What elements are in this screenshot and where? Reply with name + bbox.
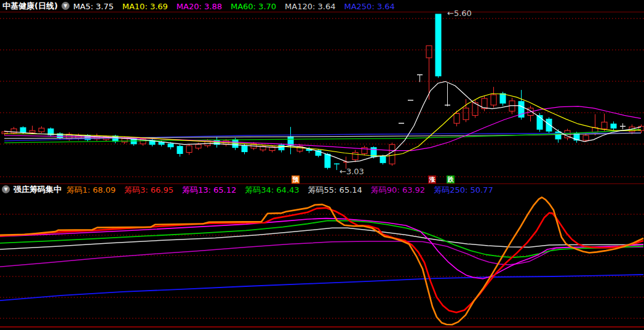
stock-title[interactable]: 中基健康(日线) bbox=[2, 1, 58, 12]
candle-59 bbox=[546, 119, 552, 131]
candle-19 bbox=[177, 147, 183, 154]
candle-38 bbox=[352, 153, 358, 160]
candle-series bbox=[2, 14, 644, 170]
candle-60 bbox=[555, 132, 561, 139]
candle-49 bbox=[454, 113, 459, 123]
event-badge-0[interactable]: 预 bbox=[292, 175, 300, 183]
chip-line-chip250 bbox=[0, 275, 643, 300]
candle-17 bbox=[159, 142, 164, 145]
chip-label-3: 筹码34: 64.43 bbox=[245, 185, 299, 195]
chip-label-2: 筹码13: 65.12 bbox=[182, 185, 236, 195]
trading-app-window: 中基健康(日线) ▼ MA5: 3.75MA10: 3.69MA20: 3.88… bbox=[0, 0, 644, 330]
candle-42 bbox=[389, 145, 395, 164]
candle-31 bbox=[288, 137, 293, 145]
ma-label-row: MA5: 3.75MA10: 3.69MA20: 3.88MA60: 3.70M… bbox=[73, 0, 403, 12]
ma-label-0: MA5: 3.75 bbox=[73, 2, 114, 11]
candle-21 bbox=[196, 145, 201, 148]
candle-14 bbox=[131, 139, 137, 144]
chevron-down-icon[interactable]: ▼ bbox=[62, 2, 70, 10]
ma-label-2: MA20: 3.88 bbox=[177, 2, 222, 11]
candle-18 bbox=[168, 144, 173, 147]
chip-label-6: 筹码250: 50.77 bbox=[434, 185, 493, 195]
candle-2 bbox=[20, 127, 26, 132]
event-badge-1[interactable]: 涨 bbox=[428, 175, 436, 183]
chip-label-0: 筹码1: 68.09 bbox=[66, 185, 116, 195]
candle-41 bbox=[380, 156, 386, 163]
ma-label-1: MA10: 3.69 bbox=[122, 2, 168, 11]
high-price-marker: ←5.60 bbox=[447, 9, 472, 17]
candle-20 bbox=[186, 146, 192, 153]
candle-4 bbox=[39, 128, 44, 132]
chevron-down-icon[interactable]: ▼ bbox=[2, 185, 10, 193]
price-panel-header: 中基健康(日线) ▼ MA5: 3.75MA10: 3.69MA20: 3.88… bbox=[0, 0, 644, 12]
chip-label-1: 筹码3: 66.95 bbox=[124, 185, 173, 195]
event-badge-2[interactable]: 跌 bbox=[447, 175, 455, 183]
indicator-panel-header: ▼ 强庄筹码集中 筹码1: 68.09筹码3: 66.95筹码13: 65.12… bbox=[0, 184, 644, 195]
chip-line-chip1 bbox=[0, 198, 643, 325]
candle-65 bbox=[602, 122, 607, 129]
ma-label-5: MA250: 3.64 bbox=[344, 2, 394, 11]
candle-66 bbox=[611, 124, 616, 128]
candle-53 bbox=[491, 95, 496, 105]
chip-line-chip3 bbox=[0, 208, 643, 313]
candle-3 bbox=[30, 131, 35, 132]
candle-26 bbox=[242, 146, 247, 152]
indicator-chart[interactable] bbox=[0, 196, 644, 330]
chip-label-5: 筹码90: 63.92 bbox=[371, 185, 425, 195]
ma-label-4: MA120: 3.64 bbox=[285, 2, 335, 11]
indicator-label-row: 筹码1: 68.09筹码3: 66.95筹码13: 65.12筹码34: 64.… bbox=[66, 183, 502, 196]
ma-line-ma20 bbox=[4, 107, 641, 151]
ma-label-3: MA60: 3.70 bbox=[231, 2, 276, 11]
candle-35 bbox=[325, 154, 330, 167]
candle-63 bbox=[583, 135, 589, 140]
candle-47 bbox=[435, 14, 441, 76]
chip-label-4: 筹码55: 65.14 bbox=[308, 185, 362, 195]
ma-line-ma10 bbox=[4, 94, 641, 156]
candle-54 bbox=[500, 94, 506, 103]
candle-50 bbox=[463, 108, 469, 120]
candle-12 bbox=[113, 136, 118, 142]
chip-line-chip34 bbox=[0, 220, 643, 257]
indicator-title[interactable]: 强庄筹码集中 bbox=[14, 184, 62, 195]
candlestick-chart[interactable] bbox=[0, 12, 644, 183]
candle-13 bbox=[122, 139, 127, 142]
candle-46 bbox=[426, 46, 432, 58]
low-price-marker: ←3.03 bbox=[340, 167, 364, 175]
